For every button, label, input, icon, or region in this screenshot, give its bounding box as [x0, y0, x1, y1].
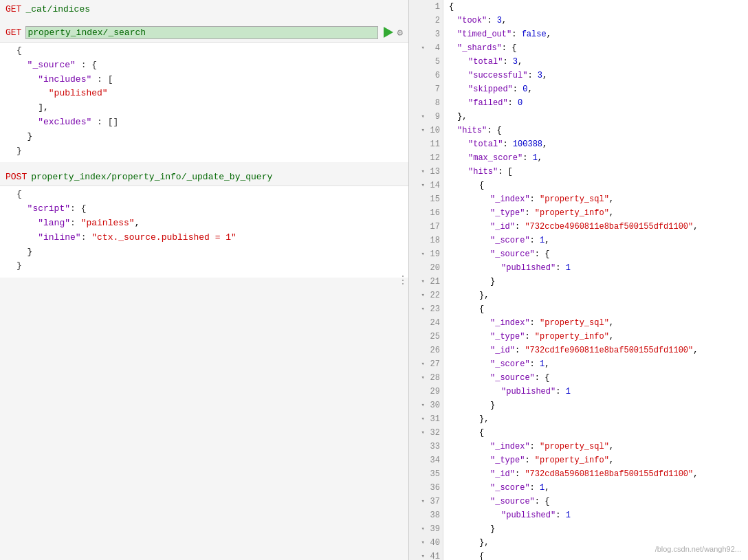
json-line: }	[443, 399, 748, 412]
line-number: 36	[409, 481, 443, 495]
line-number: 6	[409, 69, 443, 82]
line-number: ▾10	[409, 124, 443, 137]
json-line: "_source": {	[443, 371, 748, 385]
code-line: }	[11, 130, 403, 144]
query-block-1: GET _cat/indices	[0, 0, 408, 18]
drag-handle[interactable]: ⋮	[396, 271, 408, 290]
fold-icon[interactable]: ▾	[421, 289, 425, 302]
fold-icon[interactable]: ▾	[421, 550, 425, 560]
json-line: "failed": 0	[443, 96, 748, 110]
query-block-3: POST property_index/property_info/_updat…	[0, 168, 408, 278]
fold-icon[interactable]: ▾	[421, 522, 425, 536]
json-line: "_index": "property_sql",	[443, 316, 748, 330]
line-numbers: 123▾45678▾9▾101112▾13▾1415161718▾1920▾21…	[409, 0, 443, 560]
json-line: "successful": 3,	[443, 69, 748, 82]
json-line: "total": 3,	[443, 55, 748, 69]
line-number: 15	[409, 192, 443, 206]
json-line: "_source": {	[443, 247, 748, 261]
line-number: ▾9	[409, 110, 443, 124]
run-button[interactable]	[384, 27, 393, 38]
line-number: ▾30	[409, 399, 443, 412]
line-number: ▾37	[409, 495, 443, 508]
line-number: 38	[409, 508, 443, 522]
code-line: "lang": "painless",	[11, 216, 403, 231]
line-number: 7	[409, 82, 443, 96]
url-label-2[interactable]: property_index/_search	[25, 26, 377, 39]
fold-icon[interactable]: ▾	[421, 247, 425, 261]
fold-icon[interactable]: ▾	[421, 426, 425, 440]
json-line: },	[443, 412, 748, 426]
line-number: ▾28	[409, 371, 443, 385]
json-line: },	[443, 536, 748, 550]
query-block-2: GET property_index/_search ⚙ { "_source"…	[0, 23, 408, 162]
json-line: "_shards": {	[443, 41, 748, 55]
json-content: {"took": 3,"timed_out": false,"_shards":…	[443, 0, 748, 560]
json-line: }	[443, 522, 748, 536]
json-viewer: 123▾45678▾9▾101112▾13▾1415161718▾1920▾21…	[409, 0, 748, 560]
fold-icon[interactable]: ▾	[421, 399, 425, 412]
line-number: 1	[409, 0, 443, 14]
json-line: "_type": "property_info",	[443, 453, 748, 467]
code-line: }	[11, 245, 403, 260]
line-number: ▾21	[409, 275, 443, 289]
method-label-1: GET	[6, 4, 21, 14]
json-line: },	[443, 289, 748, 302]
json-line: "hits": [	[443, 165, 748, 179]
method-label-2: GET	[6, 27, 21, 38]
json-line: "max_score": 1,	[443, 151, 748, 165]
method-label-3: POST	[6, 172, 27, 182]
fold-icon[interactable]: ▾	[421, 357, 425, 371]
fold-icon[interactable]: ▾	[421, 179, 425, 192]
json-line: "total": 100388,	[443, 137, 748, 151]
fold-icon[interactable]: ▾	[421, 110, 425, 124]
query-header-2: GET property_index/_search ⚙	[0, 23, 408, 42]
line-number: ▾13	[409, 165, 443, 179]
json-line: "_score": 1,	[443, 357, 748, 371]
query-header-3: POST property_index/property_info/_updat…	[0, 168, 408, 186]
line-number: 17	[409, 220, 443, 234]
json-line: "_type": "property_info",	[443, 330, 748, 344]
line-number: 3	[409, 27, 443, 41]
code-line: "published"	[11, 87, 403, 101]
line-number: 35	[409, 467, 443, 481]
query-header-1: GET _cat/indices	[0, 0, 408, 18]
line-number: 18	[409, 234, 443, 247]
url-label-3: property_index/property_info/_update_by_…	[31, 172, 403, 182]
json-line: },	[443, 110, 748, 124]
json-line: "_index": "property_sql",	[443, 440, 748, 453]
json-line: "_source": {	[443, 495, 748, 508]
line-number: 16	[409, 206, 443, 220]
fold-icon[interactable]: ▾	[421, 495, 425, 508]
code-line: {	[11, 188, 403, 202]
fold-icon[interactable]: ▾	[421, 165, 425, 179]
fold-icon[interactable]: ▾	[421, 536, 425, 550]
json-line: }	[443, 275, 748, 289]
right-panel: 123▾45678▾9▾101112▾13▾1415161718▾1920▾21…	[409, 0, 748, 560]
query-body-3: { "script": { "lang": "painless", "inlin…	[0, 186, 408, 278]
json-line: "published": 1	[443, 261, 748, 275]
fold-icon[interactable]: ▾	[421, 41, 425, 55]
url-label-1: _cat/indices	[25, 4, 403, 14]
line-number: 26	[409, 344, 443, 357]
left-panel: GET _cat/indices GET property_index/_sea…	[0, 0, 409, 560]
wrench-icon[interactable]: ⚙	[397, 27, 403, 38]
line-number: ▾14	[409, 179, 443, 192]
line-number: ▾19	[409, 247, 443, 261]
fold-icon[interactable]: ▾	[421, 412, 425, 426]
code-line: }	[11, 259, 403, 273]
fold-icon[interactable]: ▾	[421, 302, 425, 316]
line-number: 11	[409, 137, 443, 151]
fold-icon[interactable]: ▾	[421, 275, 425, 289]
json-line: "_id": "732cd8a5960811e8baf500155dfd1100…	[443, 467, 748, 481]
code-line: "script": {	[11, 202, 403, 216]
fold-icon[interactable]: ▾	[421, 124, 425, 137]
fold-icon[interactable]: ▾	[421, 371, 425, 385]
line-number: 5	[409, 55, 443, 69]
code-line: "excludes" : []	[11, 115, 403, 130]
code-line: }	[11, 144, 403, 159]
line-number: ▾31	[409, 412, 443, 426]
line-number: ▾39	[409, 522, 443, 536]
json-line: "_index": "property_sql",	[443, 192, 748, 206]
code-line: "inline": "ctx._source.published = 1"	[11, 231, 403, 245]
code-line: {	[11, 44, 403, 58]
